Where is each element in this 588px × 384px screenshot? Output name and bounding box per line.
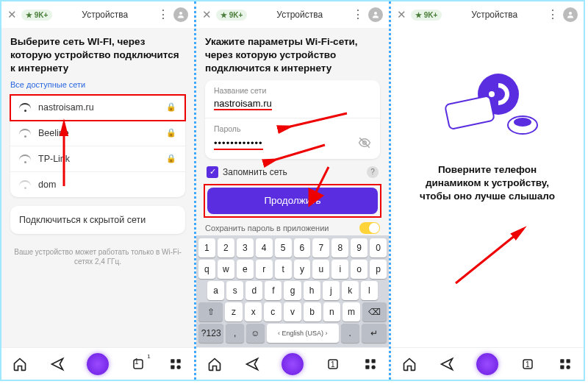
key-⇧[interactable]: ⇧ [198, 302, 223, 321]
orientation-illustration [400, 65, 575, 146]
key-k[interactable]: k [342, 281, 359, 300]
key-c[interactable]: c [264, 302, 282, 321]
key-1[interactable]: 1 [198, 238, 215, 257]
tabs-icon[interactable]: 1 [130, 356, 146, 372]
key-y[interactable]: y [294, 260, 311, 279]
svg-point-27 [514, 118, 531, 127]
key-3[interactable]: 3 [237, 238, 254, 257]
key-h[interactable]: h [304, 281, 320, 300]
save-password-row: Сохранить пароль в приложении [205, 222, 380, 234]
remember-network-row[interactable]: ✓ Запомнить сеть ? [207, 166, 379, 178]
page-title: Устройства [57, 10, 153, 20]
wifi-icon [19, 180, 31, 189]
avatar[interactable] [368, 7, 383, 22]
menu-grid-icon[interactable] [168, 356, 184, 372]
all-networks-link[interactable]: Все доступные сети [10, 80, 185, 89]
send-icon[interactable] [439, 356, 455, 372]
svg-rect-25 [445, 96, 495, 129]
avatar[interactable] [173, 7, 188, 22]
key-f[interactable]: f [265, 281, 282, 300]
key-9[interactable]: 9 [351, 238, 368, 257]
key-n[interactable]: n [323, 302, 341, 321]
ssid-label: Название сети [205, 80, 380, 96]
key-s[interactable]: s [226, 281, 243, 300]
network-item[interactable]: nastroisam.ru 🔒 [10, 95, 185, 121]
key-[interactable]: ‹ English (USA) › [267, 324, 339, 343]
key-j[interactable]: j [323, 281, 340, 300]
page-title: Устройства [251, 10, 348, 20]
ssid-input[interactable]: nastroisam.ru [205, 96, 380, 118]
close-icon[interactable]: ✕ [397, 8, 406, 21]
close-icon[interactable]: ✕ [7, 8, 17, 21]
key-⌫[interactable]: ⌫ [362, 302, 387, 321]
home-icon[interactable] [207, 356, 223, 372]
wifi-icon [19, 103, 31, 112]
key-.[interactable]: . [341, 324, 359, 343]
key-a[interactable]: a [207, 281, 224, 300]
home-icon[interactable] [401, 356, 417, 372]
bottom-nav: 1 [196, 347, 389, 380]
save-password-toggle[interactable] [359, 222, 380, 234]
alice-button[interactable] [282, 353, 304, 375]
kebab-menu-icon[interactable]: ⋮ [352, 9, 364, 21]
password-input[interactable]: •••••••••••• [205, 135, 380, 159]
send-icon[interactable] [49, 356, 65, 372]
key-↵[interactable]: ↵ [362, 324, 387, 343]
kebab-menu-icon[interactable]: ⋮ [157, 9, 169, 21]
network-item[interactable]: TP-Link 🔒 [10, 146, 185, 172]
key-g[interactable]: g [284, 281, 301, 300]
rating-badge: ★ 9K+ [21, 10, 52, 21]
network-item[interactable]: dom [10, 172, 185, 197]
wifi-icon [19, 129, 31, 138]
menu-grid-icon[interactable] [362, 356, 379, 372]
key-7[interactable]: 7 [312, 238, 329, 257]
key-u[interactable]: u [312, 260, 329, 279]
network-item[interactable]: Beeline 🔒 [10, 121, 185, 146]
key-v[interactable]: v [284, 302, 301, 321]
eye-off-icon[interactable] [358, 136, 371, 152]
lock-icon: 🔒 [166, 154, 176, 163]
kebab-menu-icon[interactable]: ⋮ [547, 9, 559, 21]
hidden-network-button[interactable]: Подключиться к скрытой сети [10, 206, 185, 234]
menu-grid-icon[interactable] [557, 356, 573, 372]
key-i[interactable]: i [331, 260, 348, 279]
key-b[interactable]: b [304, 302, 321, 321]
key-☺[interactable]: ☺ [246, 324, 265, 343]
alice-button[interactable] [476, 353, 498, 375]
key-l[interactable]: l [361, 281, 378, 300]
key-2[interactable]: 2 [218, 238, 234, 257]
key-8[interactable]: 8 [331, 238, 348, 257]
home-icon[interactable] [12, 356, 28, 372]
key-o[interactable]: o [351, 260, 368, 279]
key-q[interactable]: q [198, 260, 215, 279]
checkbox-checked-icon[interactable]: ✓ [207, 166, 218, 178]
svg-rect-20 [365, 365, 369, 369]
key-w[interactable]: w [218, 260, 234, 279]
soft-keyboard: 1234567890 qwertyuiop asdfghjkl ⇧zxcvbnm… [196, 235, 389, 347]
avatar[interactable] [563, 7, 578, 22]
key-,[interactable]: , [226, 324, 244, 343]
key-z[interactable]: z [225, 302, 243, 321]
key-5[interactable]: 5 [275, 238, 292, 257]
wifi-icon [19, 154, 31, 163]
key-r[interactable]: r [256, 260, 273, 279]
key-?123[interactable]: ?123 [198, 324, 223, 343]
key-d[interactable]: d [245, 281, 262, 300]
topbar: ✕ ★ 9K+ Устройства ⋮ [391, 1, 584, 28]
close-icon[interactable]: ✕ [202, 8, 212, 21]
continue-button[interactable]: Продолжить [207, 188, 378, 214]
tabs-icon[interactable]: 1 [325, 356, 341, 372]
key-x[interactable]: x [245, 302, 262, 321]
alice-button[interactable] [87, 353, 109, 375]
key-t[interactable]: t [275, 260, 292, 279]
key-0[interactable]: 0 [370, 238, 387, 257]
key-p[interactable]: p [370, 260, 387, 279]
tabs-icon[interactable]: 1 [520, 356, 536, 372]
key-m[interactable]: m [343, 302, 360, 321]
key-6[interactable]: 6 [294, 238, 311, 257]
key-e[interactable]: e [237, 260, 254, 279]
key-4[interactable]: 4 [256, 238, 273, 257]
help-icon[interactable]: ? [367, 166, 379, 178]
send-icon[interactable] [244, 356, 260, 372]
network-name: Beeline [38, 128, 159, 138]
